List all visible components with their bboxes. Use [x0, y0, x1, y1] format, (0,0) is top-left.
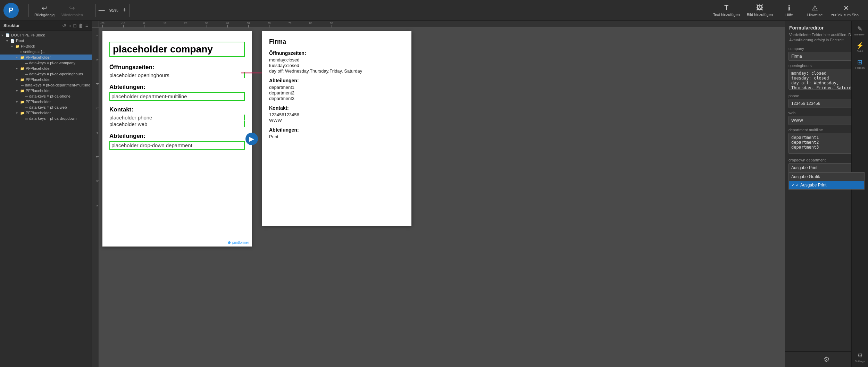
- panel-settings-icon: ⚙: [857, 352, 863, 359]
- nav-next-button[interactable]: ▶: [245, 133, 258, 145]
- tree-label: PFPlaceholder: [26, 77, 51, 82]
- zoom-value: 95%: [107, 8, 121, 13]
- zoom-plus-button[interactable]: +: [123, 7, 127, 14]
- ruler-hlabel-4: 20: [184, 22, 187, 25]
- ruler-htick-0: [102, 25, 103, 27]
- tree-label: data-keys = pf-ca-company: [29, 61, 75, 65]
- tree-label: PFPlaceholder: [26, 111, 51, 115]
- tree-label: data-keys = pf-ca-department-multiline: [25, 83, 90, 87]
- tree-item-root[interactable]: ▾📄Root: [0, 38, 92, 43]
- tree-item-pfplaceholder2[interactable]: ▾📁PFPlaceholder: [0, 66, 92, 71]
- tree-item-datakeys3[interactable]: ▬data-keys = pf-ca-department-multiline: [0, 82, 92, 88]
- text-add-label: Text hinzufügen: [713, 12, 740, 17]
- ruler-vlabel-6: 8: [95, 181, 99, 182]
- placeholder-openinghours: placeholder openinghours: [109, 72, 245, 78]
- tree-label: PFPlaceholder: [26, 55, 51, 59]
- panel-edit-button[interactable]: ✎ Editieren: [853, 24, 867, 37]
- tree-icon-folder: 📁: [20, 100, 24, 104]
- settings-button[interactable]: ⚙: [824, 355, 830, 364]
- ruler-htick-8: [269, 25, 269, 27]
- tree-arrow[interactable]: ▾: [16, 67, 19, 70]
- right-dept-line3: department3: [269, 96, 404, 101]
- tree-item-datakeys6[interactable]: ▬data-keys = pf-ca-dropdown: [0, 116, 92, 121]
- right-section-abteilungen2: Abteilungen: Print: [269, 127, 404, 139]
- tree-item-datakeys5[interactable]: ▬data-keys = pf-ca-web: [0, 105, 92, 110]
- tree-icon-data: ▬: [25, 117, 28, 120]
- tree-item-doctype[interactable]: ▾📄DOCTYPE PFBlock: [0, 32, 92, 38]
- image-icon: 🖼: [756, 4, 763, 12]
- right-abteilungen1-label: Abteilungen:: [269, 78, 404, 83]
- sidebar-icon-5[interactable]: ≡: [85, 23, 88, 28]
- toolbar-right: T Text hinzufügen 🖼 Bild hinzufügen ℹ Hi…: [710, 2, 865, 18]
- add-text-button[interactable]: T Text hinzufügen: [710, 2, 743, 18]
- pages-container: placeholder company Öffnungszeiten: plac…: [102, 31, 411, 247]
- app-logo[interactable]: P: [3, 3, 19, 18]
- section-kontakt: Kontakt: placeholder phone placeholder w…: [109, 106, 245, 127]
- ruler-htick-1: [123, 25, 124, 27]
- tree-icon-folder: 📁: [20, 111, 24, 115]
- back-button[interactable]: ✕ zurück zum Sho...: [828, 2, 865, 18]
- ruler-htick-4: [186, 25, 186, 27]
- tree-item-datakeys2[interactable]: ▬data-keys = pf-ca-openinghours: [0, 71, 92, 77]
- tree-icon-folder: 📁: [20, 78, 24, 82]
- ruler-hlabel-10: 80: [309, 22, 312, 25]
- tree-arrow[interactable]: ▾: [16, 100, 19, 104]
- tree-label: DOCTYPE PFBlock: [11, 33, 45, 37]
- help-button[interactable]: ℹ Hilfe: [777, 2, 801, 18]
- tree-arrow[interactable]: ▾: [16, 78, 19, 82]
- canvas-scroll[interactable]: placeholder company Öffnungszeiten: plac…: [99, 28, 785, 367]
- tree-label: PFBlock: [21, 44, 35, 48]
- section-abteilungen1-label: Abteilungen:: [109, 84, 245, 91]
- right-phone-line: 123456123456: [269, 112, 404, 117]
- tree-arrow[interactable]: ▾: [1, 33, 5, 37]
- ruler-horizontal: -20-100102030405060708090: [99, 21, 785, 28]
- undo-button[interactable]: ↩ Rückgängig: [32, 2, 57, 18]
- right-openinghours-line1: monday:closed: [269, 57, 404, 62]
- dropdown-option[interactable]: Ausgabe Grafik: [789, 173, 864, 181]
- page-right-company: Firma: [269, 38, 404, 45]
- logo-text: P: [9, 6, 13, 14]
- ruler-corner: [92, 21, 99, 28]
- tree-arrow[interactable]: ▾: [6, 39, 10, 43]
- sidebar-header-icons: ↺ ○ □ 🗑 ≡: [62, 23, 88, 28]
- tree-item-pfblock[interactable]: ▾📁PFBlock: [0, 43, 92, 49]
- separator-1: [28, 4, 29, 17]
- tree-item-pfplaceholder5[interactable]: ▾📁PFPlaceholder: [0, 99, 92, 105]
- tree-icon-folder: 📁: [15, 44, 19, 48]
- tree-label: PFPlaceholder: [26, 66, 51, 70]
- panel-strict-label: Strict: [857, 50, 863, 53]
- tree-label: data-keys = pf-ca-openinghours: [29, 72, 83, 76]
- tree-item-datakeys1[interactable]: ▬data-keys = pf-ca-company: [0, 60, 92, 66]
- tree-arrow[interactable]: ▾: [16, 56, 19, 59]
- sidebar-icon-1[interactable]: ↺: [62, 23, 66, 28]
- hints-button[interactable]: ⚠ Hinweise: [803, 2, 827, 18]
- tree-arrow[interactable]: ▾: [11, 44, 15, 48]
- placeholder-dropdown: placeholder drop-down department: [109, 141, 245, 150]
- zoom-minus-button[interactable]: —: [99, 7, 105, 14]
- hints-icon: ⚠: [812, 4, 818, 12]
- add-image-button[interactable]: 🖼 Bild hinzufügen: [744, 2, 776, 18]
- tree-arrow[interactable]: ▾: [16, 89, 19, 93]
- panel-settings-button[interactable]: ⚙ Settings: [853, 350, 867, 364]
- ruler-vlabel-1: 3: [95, 59, 99, 61]
- sidebar-icon-4[interactable]: 🗑: [78, 23, 83, 28]
- sidebar-icon-2[interactable]: ○: [68, 23, 71, 28]
- tree-item-pfplaceholder1[interactable]: ▾📁PFPlaceholder: [0, 55, 92, 60]
- dropdown-option[interactable]: ✓ Ausgabe Print: [789, 181, 864, 189]
- tree-item-datakeys4[interactable]: ▬data-keys = pf-ca-phone: [0, 93, 92, 99]
- image-add-label: Bild hinzufügen: [747, 12, 773, 17]
- tree-item-pfplaceholder4[interactable]: ▾📁PFPlaceholder: [0, 88, 92, 93]
- tree-arrow[interactable]: ▾: [16, 111, 19, 115]
- ruler-htick-6: [227, 25, 228, 27]
- printformer-name: printformer: [232, 241, 249, 244]
- tree-item-pfplaceholder3[interactable]: ▾📁PFPlaceholder: [0, 77, 92, 82]
- tree-icon-doc: 📄: [10, 39, 15, 43]
- sidebar-icon-3[interactable]: □: [73, 23, 76, 28]
- panel-forms-button[interactable]: ⊞ Formen: [853, 57, 867, 71]
- tree-item-pfplaceholder6[interactable]: ▾📁PFPlaceholder: [0, 110, 92, 116]
- panel-strict-button[interactable]: ⚡ Strict: [853, 40, 867, 54]
- redo-button[interactable]: ↪ Wiederholen: [59, 2, 86, 18]
- tree-item-settings[interactable]: ●settings = {...: [0, 49, 92, 55]
- ruler-htick-7: [248, 25, 249, 27]
- tree-icon-data: ▬: [25, 73, 28, 76]
